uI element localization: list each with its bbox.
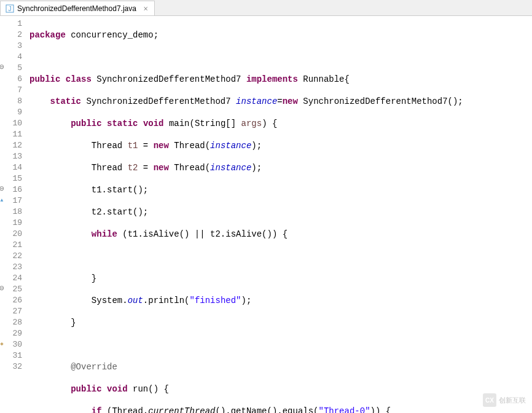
watermark-text: 创新互联 xyxy=(499,396,526,405)
line-number: ◆30 xyxy=(0,339,22,350)
watermark: CX 创新互联 xyxy=(483,393,526,407)
line-number: 24 xyxy=(0,273,22,284)
line-number: 32 xyxy=(0,361,22,372)
tab-bar: J SynchronizedDefferentMethod7.java ⨯ xyxy=(0,0,532,16)
line-number: 29 xyxy=(0,328,22,339)
line-number: 19 xyxy=(0,218,22,229)
fold-marker-icon[interactable]: ⊖ xyxy=(0,286,5,292)
line-number: 21 xyxy=(0,240,22,251)
java-file-icon: J xyxy=(6,4,14,13)
warning-marker-icon[interactable]: ◆ xyxy=(0,341,5,347)
editor-tab[interactable]: J SynchronizedDefferentMethod7.java ⨯ xyxy=(0,1,155,15)
line-number: 7 xyxy=(0,85,22,96)
line-number: ⊖5 xyxy=(0,63,22,74)
line-number: 26 xyxy=(0,295,22,306)
line-gutter: 1 2 3 4 ⊖5 6 7 8 9 10 11 12 13 14 15 ⊖16… xyxy=(0,16,27,413)
fold-marker-icon[interactable]: ⊖ xyxy=(0,186,5,192)
line-number: 9 xyxy=(0,107,22,118)
code-editor[interactable]: 1 2 3 4 ⊖5 6 7 8 9 10 11 12 13 14 15 ⊖16… xyxy=(0,16,532,413)
fold-marker-icon[interactable]: ⊖ xyxy=(0,65,5,71)
line-number: ▲17 xyxy=(0,195,22,206)
line-number: ⊖25 xyxy=(0,284,22,295)
line-number: 1 xyxy=(0,18,22,30)
line-number: 18 xyxy=(0,206,22,218)
override-marker-icon[interactable]: ▲ xyxy=(0,197,5,203)
line-number: 12 xyxy=(0,140,22,151)
line-number: 15 xyxy=(0,173,22,184)
line-number: 14 xyxy=(0,162,22,173)
close-icon[interactable]: ⨯ xyxy=(142,5,149,12)
line-number: 27 xyxy=(0,306,22,317)
svg-text:J: J xyxy=(9,6,12,12)
line-number: 13 xyxy=(0,151,22,162)
line-number: 20 xyxy=(0,229,22,240)
line-number: 11 xyxy=(0,129,22,140)
line-number: 28 xyxy=(0,317,22,328)
line-number: 31 xyxy=(0,350,22,361)
line-number: 10 xyxy=(0,118,22,129)
line-number: ⊖16 xyxy=(0,184,22,195)
line-number: 6 xyxy=(0,74,22,85)
line-number: 22 xyxy=(0,251,22,262)
watermark-logo-icon: CX xyxy=(483,393,496,407)
line-number: 2 xyxy=(0,30,22,41)
line-number: 8 xyxy=(0,96,22,107)
code-area[interactable]: package concurrency_demo; public class S… xyxy=(27,16,532,413)
line-number: 23 xyxy=(0,262,22,273)
tab-filename: SynchronizedDefferentMethod7.java xyxy=(17,4,136,13)
line-number: 3 xyxy=(0,41,22,52)
line-number: 4 xyxy=(0,52,22,63)
